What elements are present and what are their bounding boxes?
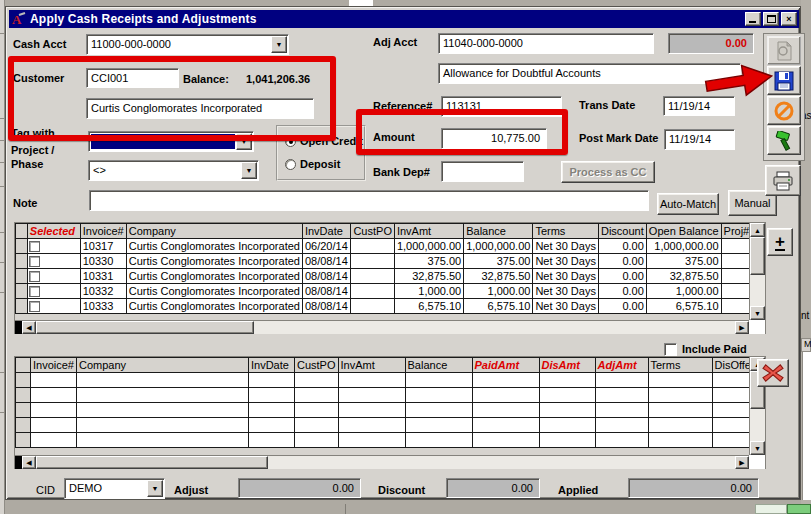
cancel-button[interactable]: [767, 96, 801, 125]
scroll-down-button[interactable]: ▼: [750, 306, 765, 320]
titlebar[interactable]: A Apply Cash Receipts and Adjustments ×: [9, 10, 799, 28]
column-header[interactable]: Proj#: [721, 224, 752, 239]
splitter-handle[interactable]: [15, 456, 22, 469]
row-selector[interactable]: [16, 269, 28, 284]
scroll-down-button[interactable]: ▼: [750, 441, 765, 455]
trans-date-field[interactable]: 11/19/14: [663, 96, 735, 116]
remove-invoice-button[interactable]: [757, 359, 789, 387]
scroll-up-button[interactable]: ▲: [750, 223, 765, 237]
column-header[interactable]: Balance: [405, 358, 472, 373]
row-selector[interactable]: [16, 299, 28, 314]
table-row[interactable]: 10317Curtis Conglomorates Incorporated06…: [16, 239, 765, 254]
table-row[interactable]: [16, 418, 754, 433]
column-header[interactable]: Selected: [27, 224, 80, 239]
customer-code-field[interactable]: CCI001: [86, 68, 179, 88]
scroll-right-button[interactable]: ▶: [735, 321, 749, 334]
row-selector[interactable]: [16, 433, 31, 448]
chevron-down-icon[interactable]: ▼: [271, 36, 287, 53]
post-button[interactable]: [767, 126, 801, 155]
column-header[interactable]: [16, 358, 31, 373]
column-header[interactable]: Company: [126, 224, 302, 239]
column-header[interactable]: Terms: [533, 224, 599, 239]
row-selector[interactable]: [16, 284, 28, 299]
row-checkbox[interactable]: [29, 286, 40, 297]
cash-acct-select[interactable]: 11000-000-0000 ▼: [86, 34, 289, 55]
post-mark-date-field[interactable]: 11/19/14: [664, 129, 735, 150]
column-header[interactable]: InvAmt: [338, 358, 405, 373]
row-checkbox[interactable]: [29, 256, 40, 267]
bank-dep-field[interactable]: [441, 161, 524, 182]
column-header[interactable]: Terms: [648, 358, 712, 373]
auto-match-button[interactable]: Auto-Match: [657, 193, 719, 215]
column-header[interactable]: DisAmt: [539, 358, 595, 373]
print-button[interactable]: [765, 165, 801, 196]
column-header[interactable]: DisOffe: [712, 358, 753, 373]
table-row[interactable]: 10331Curtis Conglomorates Incorporated08…: [16, 269, 765, 284]
column-header[interactable]: InvDate: [248, 358, 294, 373]
scroll-right-button[interactable]: ▶: [735, 456, 749, 469]
cancel-icon: [774, 101, 794, 121]
minimize-button[interactable]: [745, 12, 761, 26]
row-selector[interactable]: [16, 254, 28, 269]
row-selector[interactable]: [16, 373, 31, 388]
column-header[interactable]: InvAmt: [394, 224, 463, 239]
table-row[interactable]: [16, 388, 754, 403]
row-selector[interactable]: [16, 388, 31, 403]
table-row[interactable]: 10330Curtis Conglomorates Incorporated08…: [16, 254, 765, 269]
applied-horizontal-scrollbar[interactable]: ◀ ▶: [15, 455, 749, 469]
column-header[interactable]: Company: [76, 358, 248, 373]
column-header[interactable]: Invoice#: [31, 358, 77, 373]
chevron-down-icon[interactable]: ▼: [236, 133, 252, 150]
scroll-left-button[interactable]: ◀: [22, 456, 36, 469]
table-row[interactable]: [16, 373, 754, 388]
row-selector[interactable]: [16, 418, 31, 433]
invoices-horizontal-scrollbar[interactable]: ◀ ▶: [15, 320, 749, 334]
add-invoice-button[interactable]: +: [767, 228, 793, 256]
adj-acct-description-field[interactable]: Allowance for Doubtful Accounts: [438, 63, 741, 84]
cid-select[interactable]: DEMO ▼: [64, 478, 165, 499]
deposit-radio[interactable]: Deposit: [285, 158, 340, 170]
column-header[interactable]: Discount: [598, 224, 646, 239]
scroll-left-button[interactable]: ◀: [22, 321, 36, 334]
chevron-down-icon[interactable]: ▼: [147, 480, 163, 497]
row-checkbox[interactable]: [29, 241, 40, 252]
row-selector[interactable]: [16, 239, 28, 254]
row-checkbox[interactable]: [29, 301, 40, 312]
scrollbar-track[interactable]: [268, 456, 735, 469]
column-header[interactable]: PaidAmt: [472, 358, 539, 373]
column-header[interactable]: Open Balance: [646, 224, 721, 239]
table-row[interactable]: [16, 433, 754, 448]
column-header[interactable]: AdjAmt: [595, 358, 648, 373]
row-selector[interactable]: [16, 403, 31, 418]
save-button[interactable]: [767, 66, 801, 95]
maximize-button[interactable]: [763, 12, 779, 26]
invoices-vertical-scrollbar[interactable]: ▲ ▼: [749, 223, 765, 320]
chevron-down-icon[interactable]: ▼: [241, 162, 257, 179]
project-phase-select[interactable]: <> ▼: [88, 160, 259, 181]
scrollbar-thumb[interactable]: [36, 456, 268, 469]
include-paid-checkbox[interactable]: [664, 343, 677, 356]
table-row[interactable]: 10333Curtis Conglomorates Incorporated08…: [16, 299, 765, 314]
amount-field[interactable]: 10,775.00: [441, 128, 547, 149]
column-header[interactable]: CustPO: [351, 224, 395, 239]
customer-name-field[interactable]: Curtis Conglomorates Incorporated: [86, 98, 314, 119]
splitter-handle[interactable]: [15, 321, 22, 334]
scrollbar-thumb[interactable]: [750, 237, 765, 275]
project-phase-value: <>: [93, 164, 106, 176]
column-header[interactable]: Invoice#: [80, 224, 126, 239]
table-row[interactable]: 10332Curtis Conglomorates Incorporated08…: [16, 284, 765, 299]
column-header[interactable]: Balance: [464, 224, 533, 239]
tag-with-select[interactable]: ▼: [88, 131, 254, 152]
adj-acct-field[interactable]: 11040-000-0000: [438, 33, 654, 54]
reference-field[interactable]: 113131: [441, 96, 562, 117]
note-field[interactable]: [89, 190, 649, 211]
scrollbar-track[interactable]: [254, 321, 735, 334]
column-header[interactable]: InvDate: [302, 224, 350, 239]
scrollbar-thumb[interactable]: [36, 321, 254, 334]
row-checkbox[interactable]: [29, 271, 40, 282]
table-row[interactable]: [16, 403, 754, 418]
close-button[interactable]: ×: [781, 12, 797, 26]
open-credit-radio[interactable]: Open Credit: [285, 135, 363, 147]
column-header[interactable]: [16, 224, 28, 239]
column-header[interactable]: CustPO: [294, 358, 338, 373]
